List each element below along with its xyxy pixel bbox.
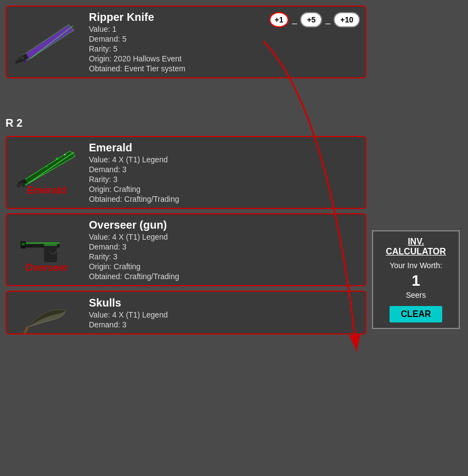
emerald-obtained: Obtained: Crafting/Trading <box>89 195 179 203</box>
emerald-image-label: Emerald <box>27 185 66 196</box>
skulls-card: Skulls Value: 4 X (T1) Legend Demand: 3 <box>5 291 366 335</box>
emerald-value: Value: 4 X (T1) Legend <box>89 155 179 164</box>
skulls-svg <box>14 296 80 335</box>
overseer-info: Overseer (gun) Value: 4 X (T1) Legend De… <box>89 219 179 281</box>
svg-line-6 <box>30 26 73 59</box>
ripper-knife-value: Value: 1 <box>89 25 185 33</box>
plus5-button[interactable]: +5 <box>300 12 322 27</box>
clear-button[interactable]: CLEAR <box>390 306 442 322</box>
emerald-name: Emerald <box>89 141 179 154</box>
increment-buttons-group: +1 _ +5 _ +10 <box>269 12 360 27</box>
separator1: _ <box>292 15 297 25</box>
inv-calculator-box: INV. CALCULATOR Your Inv Worth: 1 Seers … <box>372 230 460 329</box>
emerald-demand: Demand: 3 <box>89 165 179 174</box>
ripper-knife-svg <box>14 14 80 69</box>
overseer-image-label: Overseer <box>25 262 68 274</box>
r2-label: R 2 <box>5 115 366 132</box>
skulls-name: Skulls <box>89 297 168 309</box>
overseer-obtained: Obtained: Crafting/Trading <box>89 272 179 281</box>
separator2: _ <box>325 15 330 25</box>
inv-calc-title: INV. CALCULATOR <box>379 237 453 257</box>
emerald-info: Emerald Value: 4 X (T1) Legend Demand: 3… <box>89 141 179 203</box>
skulls-value: Value: 4 X (T1) Legend <box>89 310 168 319</box>
overseer-rarity: Rarity: 3 <box>89 252 179 261</box>
inv-worth-label: Your Inv Worth: <box>379 261 453 270</box>
ripper-knife-origin: Origin: 2020 Hallows Event <box>89 54 185 63</box>
overseer-value: Value: 4 X (T1) Legend <box>89 233 179 241</box>
left-panel: Ripper Knife Value: 1 Demand: 5 Rarity: … <box>5 5 366 335</box>
svg-point-14 <box>64 154 66 155</box>
overseer-origin: Origin: Crafting <box>89 262 179 271</box>
skulls-demand: Demand: 3 <box>89 320 168 329</box>
ripper-knife-demand: Demand: 5 <box>89 35 185 43</box>
ripper-knife-card: Ripper Knife Value: 1 Demand: 5 Rarity: … <box>5 5 366 78</box>
svg-point-13 <box>46 166 48 167</box>
emerald-image-container: Emerald <box>11 141 82 196</box>
overseer-demand: Demand: 3 <box>89 242 179 251</box>
svg-marker-0 <box>19 25 74 60</box>
inv-worth-value: 1 <box>379 272 453 290</box>
right-panel: INV. CALCULATOR Your Inv Worth: 1 Seers … <box>372 5 463 335</box>
skulls-info: Skulls Value: 4 X (T1) Legend Demand: 3 <box>89 296 168 329</box>
overseer-image-container: Overseer <box>11 219 82 274</box>
ripper-knife-obtained: Obtained: Event Tier system <box>89 64 185 73</box>
ripper-knife-image <box>11 11 82 71</box>
overseer-card: Overseer Overseer (gun) Value: 4 X (T1) … <box>5 213 366 286</box>
emerald-card: Emerald Emerald Value: 4 X (T1) Legend D… <box>5 136 366 209</box>
svg-line-21 <box>25 327 27 332</box>
svg-rect-17 <box>23 242 60 243</box>
ripper-knife-info: Ripper Knife Value: 1 Demand: 5 Rarity: … <box>89 11 185 73</box>
svg-rect-20 <box>21 242 25 245</box>
emerald-rarity: Rarity: 3 <box>89 175 179 184</box>
svg-rect-18 <box>44 243 57 246</box>
emerald-origin: Origin: Crafting <box>89 185 179 194</box>
spacer <box>5 88 366 110</box>
overseer-name: Overseer (gun) <box>89 219 179 231</box>
plus10-button[interactable]: +10 <box>334 12 360 27</box>
ripper-knife-name: Ripper Knife <box>89 11 185 24</box>
svg-marker-7 <box>21 151 76 185</box>
svg-line-9 <box>29 152 75 183</box>
inv-worth-unit: Seers <box>379 291 453 299</box>
skulls-image-container <box>11 296 82 335</box>
ripper-knife-rarity: Rarity: 5 <box>89 44 185 53</box>
plus1-button[interactable]: +1 <box>269 12 289 27</box>
svg-point-12 <box>56 157 58 160</box>
